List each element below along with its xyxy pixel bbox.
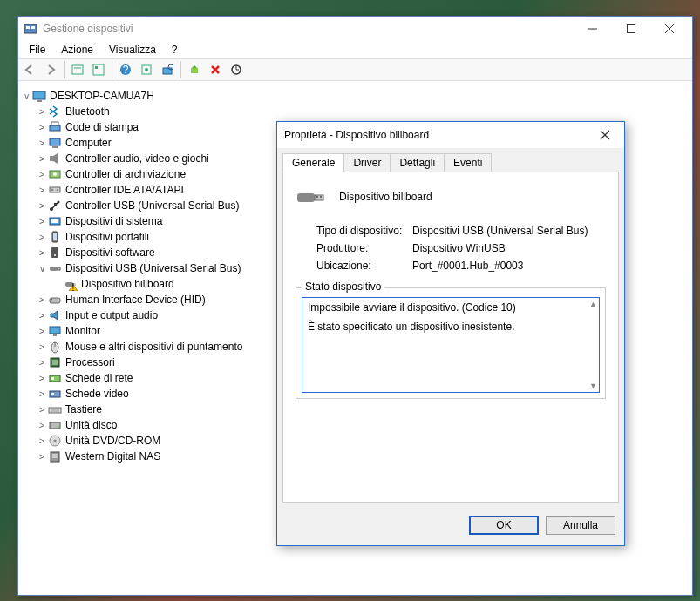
expander-icon[interactable]: >: [36, 374, 48, 383]
svg-point-14: [145, 68, 148, 71]
menu-view[interactable]: Visualizza: [102, 42, 163, 57]
menubar: File Azione Visualizza ?: [18, 41, 692, 58]
tree-item-label: Tastiere: [65, 403, 102, 415]
menu-action[interactable]: Azione: [54, 42, 100, 57]
expander-icon[interactable]: >: [36, 311, 48, 321]
enable-button[interactable]: [185, 60, 204, 79]
svg-rect-57: [51, 377, 54, 380]
monitor-icon: [48, 324, 62, 338]
tree-item-label: Monitor: [65, 325, 100, 337]
expander-icon[interactable]: >: [36, 123, 48, 132]
help-button[interactable]: ?: [116, 60, 135, 79]
toolbar-btn-2[interactable]: [89, 60, 108, 79]
tab-dettagli[interactable]: Dettagli: [390, 153, 445, 172]
svg-point-42: [54, 254, 56, 256]
scan-button[interactable]: [158, 60, 177, 79]
svg-rect-1: [26, 26, 30, 29]
svg-rect-56: [50, 375, 60, 382]
svg-rect-55: [52, 360, 58, 365]
toolbar-btn-1[interactable]: [68, 60, 87, 79]
video-icon: [48, 387, 62, 401]
expander-icon[interactable]: >: [36, 358, 48, 368]
svg-point-29: [53, 172, 57, 176]
update-button[interactable]: [227, 60, 246, 79]
tab-eventi[interactable]: Eventi: [444, 153, 492, 172]
svg-rect-49: [51, 299, 52, 300]
expander-icon[interactable]: >: [36, 170, 48, 179]
expander-icon[interactable]: >: [36, 233, 48, 242]
dialog-close-button[interactable]: [593, 125, 617, 145]
tree-item-label: Unità DVD/CD-ROM: [65, 435, 160, 447]
expander-icon[interactable]: >: [36, 452, 48, 462]
expander-icon[interactable]: >: [36, 154, 48, 164]
cancel-button[interactable]: Annulla: [546, 516, 615, 535]
uninstall-button[interactable]: [206, 60, 225, 79]
expander-icon[interactable]: >: [36, 327, 48, 336]
dialog-buttons: OK Annulla: [277, 509, 624, 545]
tree-item[interactable]: >Bluetooth: [20, 104, 690, 119]
tab-driver[interactable]: Driver: [343, 153, 391, 172]
forward-button[interactable]: [41, 60, 60, 79]
expander-icon[interactable]: >: [36, 217, 48, 226]
expander-icon[interactable]: >: [36, 342, 48, 352]
tab-general-body: Dispositivo billboard Tipo di dispositiv…: [282, 172, 619, 503]
kb-icon: [48, 402, 62, 416]
menu-help[interactable]: ?: [165, 42, 185, 57]
minimize-button[interactable]: [574, 17, 612, 41]
svg-rect-15: [163, 68, 172, 74]
svg-point-32: [57, 189, 58, 191]
cpu-icon: [48, 355, 62, 369]
svg-rect-69: [52, 456, 58, 458]
expander-icon[interactable]: >: [36, 107, 48, 117]
audio-icon: [48, 152, 62, 165]
svg-point-66: [54, 440, 57, 442]
tree-item-label: Schede video: [65, 388, 129, 400]
expander-icon[interactable]: >: [36, 138, 48, 148]
svg-text:?: ?: [123, 64, 129, 76]
toolbar-separator: [112, 61, 112, 78]
dialog-tabs: GeneraleDriverDettagliEventi: [277, 148, 624, 172]
expander-icon[interactable]: >: [36, 295, 48, 305]
tree-item-label: Mouse e altri dispositivi di puntamento: [65, 341, 242, 353]
svg-rect-10: [95, 66, 98, 69]
system-icon: [48, 214, 62, 228]
ok-button[interactable]: OK: [469, 516, 539, 535]
svg-rect-75: [320, 196, 322, 198]
bt-icon: [48, 105, 62, 118]
window-title: Gestione dispositivi: [43, 23, 574, 35]
expander-icon[interactable]: >: [36, 248, 48, 258]
pc-icon: [32, 89, 46, 103]
expander-icon[interactable]: >: [36, 389, 48, 399]
disk-icon: [48, 418, 62, 432]
tree-item-label: Input e output audio: [65, 309, 158, 321]
back-button[interactable]: [20, 60, 39, 79]
svg-rect-43: [50, 267, 58, 271]
expander-icon[interactable]: >: [36, 186, 48, 195]
expander-icon[interactable]: ∨: [36, 264, 48, 273]
titlebar: Gestione dispositivi: [18, 17, 692, 41]
property-key: Produttore:: [316, 242, 412, 254]
svg-rect-21: [33, 91, 45, 99]
svg-point-64: [58, 426, 59, 428]
property-key: Tipo di dispositivo:: [316, 225, 412, 237]
maximize-button[interactable]: [612, 17, 650, 41]
svg-rect-30: [50, 187, 60, 192]
status-textbox[interactable]: ▲ ▼ Impossibile avviare il dispositivo. …: [302, 297, 600, 393]
status-line: È stato specificato un dispositivo inesi…: [308, 321, 594, 333]
tree-root-node[interactable]: ∨DESKTOP-CAMUA7H: [20, 88, 690, 104]
tree-item-label: Schede di rete: [65, 372, 133, 384]
toolbar-btn-4[interactable]: [137, 60, 156, 79]
expander-icon[interactable]: >: [36, 405, 48, 415]
close-button[interactable]: [650, 17, 689, 41]
menu-file[interactable]: File: [22, 42, 52, 57]
expander-icon[interactable]: ∨: [20, 91, 32, 101]
expander-icon[interactable]: >: [36, 436, 48, 446]
svg-rect-41: [51, 247, 58, 258]
tree-item-label: Controller IDE ATA/ATAPI: [65, 184, 184, 196]
tab-generale[interactable]: Generale: [282, 153, 344, 172]
tree-item-label: Human Interface Device (HID): [65, 294, 206, 306]
expander-icon[interactable]: >: [36, 201, 48, 211]
expander-icon[interactable]: >: [36, 421, 48, 430]
svg-point-31: [51, 189, 53, 191]
svg-rect-25: [50, 138, 60, 145]
